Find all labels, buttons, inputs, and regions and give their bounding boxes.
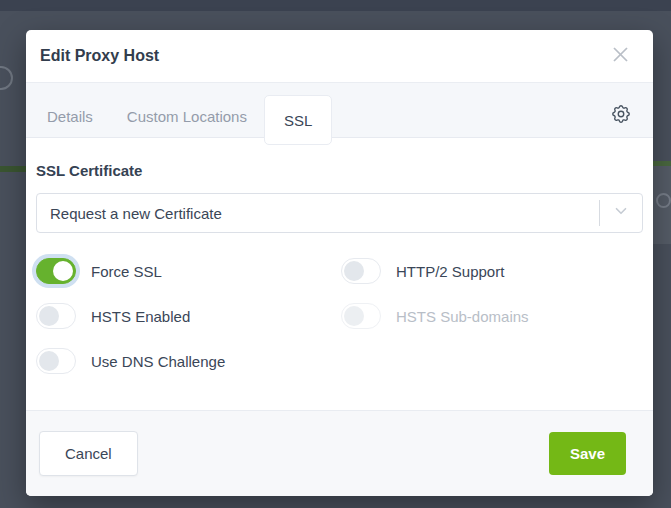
ssl-tab-panel: SSL Certificate Request a new Certificat… xyxy=(26,138,653,410)
modal-title: Edit Proxy Host xyxy=(40,47,159,65)
hsts-subdomains-toggle xyxy=(341,303,381,329)
toggle-knob xyxy=(344,306,364,326)
force-ssl-toggle[interactable] xyxy=(36,258,76,284)
dns-challenge-row: Use DNS Challenge xyxy=(36,347,341,375)
background-card-border-left xyxy=(0,166,26,172)
ssl-certificate-label: SSL Certificate xyxy=(36,162,643,179)
hsts-subdomains-label: HSTS Sub-domains xyxy=(396,308,529,325)
background-search-icon xyxy=(656,193,671,208)
http2-support-label: HTTP/2 Support xyxy=(396,263,504,280)
force-ssl-label: Force SSL xyxy=(91,263,162,280)
close-button[interactable] xyxy=(610,46,630,66)
background-logo-arc xyxy=(0,66,13,90)
gear-icon xyxy=(610,103,632,129)
hsts-enabled-row: HSTS Enabled xyxy=(36,302,341,330)
toggle-knob xyxy=(53,261,73,281)
background-navbar xyxy=(0,0,671,11)
hsts-enabled-toggle[interactable] xyxy=(36,303,76,329)
tab-custom-locations[interactable]: Custom Locations xyxy=(110,108,264,125)
toggle-knob xyxy=(344,261,364,281)
toggle-knob xyxy=(39,306,59,326)
force-ssl-row: Force SSL xyxy=(36,257,341,285)
edit-proxy-host-modal: Edit Proxy Host Details Custom Locations… xyxy=(26,30,653,496)
screen: Edit Proxy Host Details Custom Locations… xyxy=(0,0,671,508)
hsts-enabled-label: HSTS Enabled xyxy=(91,308,190,325)
chevron-down-icon xyxy=(612,202,630,224)
select-caret-area[interactable] xyxy=(600,202,642,224)
dns-challenge-toggle[interactable] xyxy=(36,348,76,374)
close-icon xyxy=(612,46,629,67)
http2-support-row: HTTP/2 Support xyxy=(341,257,643,285)
cancel-button[interactable]: Cancel xyxy=(39,431,138,476)
ssl-certificate-select[interactable]: Request a new Certificate xyxy=(36,193,643,233)
tab-ssl[interactable]: SSL xyxy=(264,95,332,145)
ssl-certificate-selected-value: Request a new Certificate xyxy=(50,205,599,222)
dns-challenge-label: Use DNS Challenge xyxy=(91,353,225,370)
settings-button[interactable] xyxy=(610,103,632,129)
http2-support-toggle[interactable] xyxy=(341,258,381,284)
tab-bar: Details Custom Locations SSL xyxy=(26,83,653,138)
ssl-options-grid: Force SSL HTTP/2 Support HSTS Enabled HS… xyxy=(36,257,643,375)
modal-footer: Cancel Save xyxy=(26,410,653,496)
hsts-subdomains-row: HSTS Sub-domains xyxy=(341,302,643,330)
modal-header: Edit Proxy Host xyxy=(26,30,653,83)
tab-details[interactable]: Details xyxy=(47,108,110,125)
save-button[interactable]: Save xyxy=(549,432,626,475)
grid-spacer xyxy=(341,347,643,375)
toggle-knob xyxy=(39,351,59,371)
